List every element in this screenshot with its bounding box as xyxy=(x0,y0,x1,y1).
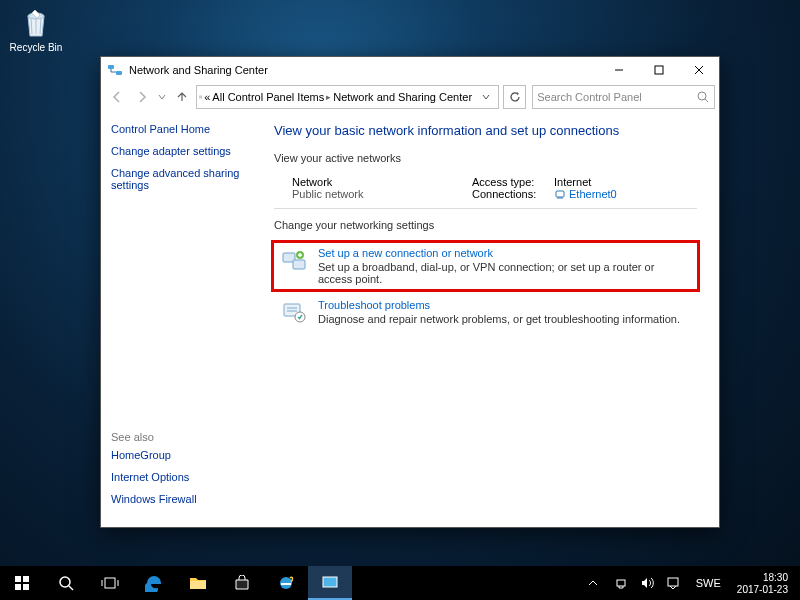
close-button[interactable] xyxy=(679,57,719,83)
forward-button[interactable] xyxy=(130,85,153,109)
taskview-button[interactable] xyxy=(88,566,132,600)
control-panel-window: Network and Sharing Center xyxy=(100,56,720,528)
active-networks-label: View your active networks xyxy=(274,152,697,164)
control-panel-icon xyxy=(199,89,203,105)
notifications-icon xyxy=(666,576,680,590)
svg-rect-21 xyxy=(190,581,206,589)
access-type-value: Internet xyxy=(554,176,591,188)
folder-icon xyxy=(189,575,207,591)
network-name: Network xyxy=(292,176,412,188)
change-settings-label: Change your networking settings xyxy=(274,219,697,231)
connections-key: Connections: xyxy=(472,188,544,200)
network-center-icon xyxy=(107,62,123,78)
svg-rect-15 xyxy=(15,576,21,582)
tray-clock[interactable]: 18:30 2017-01-23 xyxy=(733,570,796,596)
svg-rect-9 xyxy=(556,191,564,197)
up-button[interactable] xyxy=(171,85,194,109)
chevron-right-icon: ▸ xyxy=(326,92,331,102)
search-placeholder: Search Control Panel xyxy=(537,91,642,103)
svg-rect-5 xyxy=(201,96,202,97)
svg-rect-17 xyxy=(15,584,21,590)
seealso-internet[interactable]: Internet Options xyxy=(111,471,256,483)
system-tray: SWE 18:30 2017-01-23 xyxy=(584,566,800,600)
sidebar-home[interactable]: Control Panel Home xyxy=(111,123,256,135)
troubleshoot-icon xyxy=(280,299,308,327)
sidebar-adapter[interactable]: Change adapter settings xyxy=(111,145,256,157)
svg-point-19 xyxy=(60,577,70,587)
desktop-icon-label: Recycle Bin xyxy=(6,42,66,53)
network-tray-icon xyxy=(614,576,628,590)
recent-button[interactable] xyxy=(155,85,168,109)
troubleshoot-item[interactable]: Troubleshoot problems Diagnose and repai… xyxy=(274,295,697,331)
svg-rect-1 xyxy=(108,65,114,69)
chevron-up-icon xyxy=(588,578,598,588)
taskbar-edge[interactable] xyxy=(132,566,176,600)
start-button[interactable] xyxy=(0,566,44,600)
taskview-icon xyxy=(101,576,119,590)
desktop-icon-recycle-bin[interactable]: Recycle Bin xyxy=(6,4,66,53)
svg-rect-6 xyxy=(199,97,200,98)
connection-link[interactable]: Ethernet0 xyxy=(554,188,617,200)
svg-rect-18 xyxy=(23,584,29,590)
tray-notifications[interactable] xyxy=(666,576,684,590)
ethernet-icon xyxy=(554,188,566,200)
sidebar-advanced[interactable]: Change advanced sharing settings xyxy=(111,167,256,191)
troubleshoot-title: Troubleshoot problems xyxy=(318,299,680,311)
setup-connection-item[interactable]: Set up a new connection or network Set u… xyxy=(274,243,697,289)
active-network-row: Network Public network Access type: Inte… xyxy=(274,176,697,200)
tray-date: 2017-01-23 xyxy=(737,584,788,596)
access-type-key: Access type: xyxy=(472,176,544,188)
svg-rect-23 xyxy=(323,577,337,587)
refresh-icon xyxy=(508,90,522,104)
svg-rect-2 xyxy=(116,71,122,75)
tray-time: 18:30 xyxy=(737,572,788,584)
refresh-button[interactable] xyxy=(503,85,526,109)
svg-rect-11 xyxy=(293,260,305,269)
breadcrumb-item[interactable]: Network and Sharing Center xyxy=(333,91,472,103)
window-titlebar[interactable]: Network and Sharing Center xyxy=(101,57,719,83)
seealso-homegroup[interactable]: HomeGroup xyxy=(111,449,256,461)
minimize-button[interactable] xyxy=(599,57,639,83)
search-input[interactable]: Search Control Panel xyxy=(532,85,715,109)
edge-icon xyxy=(145,574,163,592)
maximize-button[interactable] xyxy=(639,57,679,83)
control-panel-taskbar-icon xyxy=(321,575,339,591)
breadcrumb-dropdown[interactable] xyxy=(476,93,496,101)
window-title: Network and Sharing Center xyxy=(129,64,268,76)
sidebar: Control Panel Home Change adapter settin… xyxy=(101,111,266,527)
setup-connection-desc: Set up a broadband, dial-up, or VPN conn… xyxy=(318,261,691,285)
troubleshoot-desc: Diagnose and repair network problems, or… xyxy=(318,313,680,325)
svg-rect-26 xyxy=(668,578,678,586)
windows-icon xyxy=(14,575,30,591)
setup-connection-icon xyxy=(280,247,308,275)
taskbar-ie[interactable] xyxy=(264,566,308,600)
taskbar-store[interactable] xyxy=(220,566,264,600)
tray-chevron[interactable] xyxy=(588,578,606,588)
breadcrumb-item[interactable]: All Control Panel Items xyxy=(212,91,324,103)
setup-connection-title: Set up a new connection or network xyxy=(318,247,691,259)
svg-rect-20 xyxy=(105,578,115,588)
breadcrumb-prefix: « xyxy=(204,91,210,103)
svg-rect-3 xyxy=(655,66,663,74)
recycle-bin-icon xyxy=(18,4,54,40)
network-type: Public network xyxy=(292,188,412,200)
tray-language[interactable]: SWE xyxy=(692,577,725,589)
search-button[interactable] xyxy=(44,566,88,600)
page-heading: View your basic network information and … xyxy=(274,123,697,138)
svg-rect-4 xyxy=(199,96,200,97)
svg-rect-7 xyxy=(201,97,202,98)
breadcrumb[interactable]: « All Control Panel Items ▸ Network and … xyxy=(196,85,499,109)
svg-rect-25 xyxy=(617,580,625,586)
nav-row: « All Control Panel Items ▸ Network and … xyxy=(101,83,719,111)
svg-rect-16 xyxy=(23,576,29,582)
taskbar-explorer[interactable] xyxy=(176,566,220,600)
tray-volume[interactable] xyxy=(640,576,658,590)
taskbar-controlpanel[interactable] xyxy=(308,566,352,600)
store-icon xyxy=(234,575,250,591)
back-button[interactable] xyxy=(105,85,128,109)
tray-network[interactable] xyxy=(614,576,632,590)
desktop: Recycle Bin Network and Sharing Center xyxy=(0,0,800,600)
ie-icon xyxy=(277,574,295,592)
seealso-heading: See also xyxy=(111,431,256,443)
seealso-firewall[interactable]: Windows Firewall xyxy=(111,493,256,505)
